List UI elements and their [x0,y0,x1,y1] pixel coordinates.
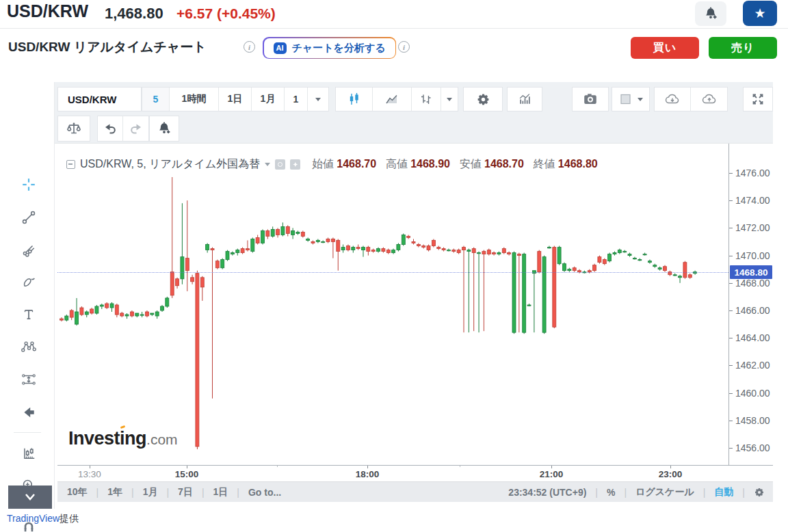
measure-tool[interactable] [16,441,41,466]
price-axis[interactable]: 1476.001474.001472.001470.001468.001466.… [728,144,773,465]
measure-icon [21,446,36,461]
candle [382,249,385,252]
candle [447,250,450,251]
bars-style-button[interactable] [412,88,442,111]
info-icon[interactable]: i [244,41,255,53]
sell-button[interactable]: 売り [709,37,777,59]
interval-button-5[interactable]: 5 [142,88,170,111]
series-settings-gear-icon[interactable] [290,159,300,170]
redo-icon [129,122,143,135]
provider-link[interactable]: TradingView提供 [7,513,79,525]
undo-redo-group [97,116,149,142]
favorite-star-button[interactable]: ★ [743,1,777,26]
ohlc-label: 安値 [460,158,482,170]
ohlc-value: 1468.90 [410,158,450,170]
snapshot-button[interactable] [572,87,609,111]
undo-button[interactable] [98,116,123,141]
style-dropdown-button[interactable] [441,88,458,111]
crosshair-icon [21,177,36,192]
auto-scale-button[interactable]: 自動 [714,486,733,498]
visibility-eye-icon[interactable] [275,159,285,170]
interval-dropdown-button[interactable] [308,88,328,111]
range-button-4[interactable]: 7日 [178,486,193,498]
candle [638,260,642,261]
range-button-5[interactable]: 1日 [213,486,228,498]
separator: | [157,487,178,498]
crosshair-tool[interactable] [16,172,41,197]
candle [145,312,148,316]
chevron-down-icon[interactable] [265,163,270,166]
legend-title[interactable]: USD/KRW, 5, リアルタイム外国為替 [80,157,260,172]
candle [120,313,124,316]
axis-settings-button[interactable] [754,487,765,498]
text-icon [21,307,36,322]
chart-toolbar: USD/KRW 51時間1日1月1 [55,82,773,144]
legend-collapse-icon[interactable] [66,160,75,169]
range-button-3[interactable]: 1月 [143,486,158,498]
ai-analyze-label: チャートを分析する [292,42,386,55]
log-scale-button[interactable]: ログスケール [635,486,694,498]
price-tick-label: 1456.00 [735,442,770,453]
alert-button[interactable] [149,116,179,142]
candle [452,250,456,252]
settings-button[interactable] [463,87,503,111]
create-alert-button[interactable] [695,1,726,26]
candle [231,253,234,254]
candle [472,249,475,253]
last-price-line [57,272,728,273]
candle [176,279,179,286]
layout-square-icon [619,92,633,106]
info-icon-2[interactable]: i [398,41,410,53]
save-layout-button[interactable] [691,88,727,111]
hide-panel-arrow[interactable] [16,400,41,425]
candle [80,308,83,315]
candle [688,275,692,278]
range-button-6[interactable]: Go to... [248,487,281,498]
clock[interactable]: 23:34:52 (UTC+9) [508,487,586,498]
ohlc-value: 1468.80 [558,158,598,170]
fullscreen-button[interactable] [743,87,773,111]
interval-button-1月[interactable]: 1月 [252,88,285,111]
interval-button-1日[interactable]: 1日 [219,88,252,111]
candlestick-style-button[interactable] [336,88,373,111]
redo-button[interactable] [123,116,148,141]
price-tick-label: 1460.00 [735,388,770,399]
candle [547,248,551,248]
candle [673,275,677,276]
chart-canvas[interactable] [57,144,728,465]
candle [623,252,627,252]
ai-analyze-button[interactable]: AI チャートを分析する [263,37,396,59]
xabcd-pattern-tool[interactable] [16,334,41,359]
candlestick-icon [347,92,361,106]
range-button-1[interactable]: 10年 [67,486,88,498]
range-buttons: 10年|1年|1月|7日|1日|Go to... [57,486,281,498]
pitchfork-tool[interactable] [16,237,41,262]
brush-tool[interactable] [16,269,41,294]
interval-button-1時間[interactable]: 1時間 [170,88,219,111]
time-axis[interactable]: 13:3015:0018:0021:0023:00 [57,465,773,480]
candle [377,249,380,252]
range-button-2[interactable]: 1年 [107,486,122,498]
candle [185,258,189,271]
candle [482,252,486,254]
buy-button[interactable]: 買い [631,37,699,59]
indicators-button[interactable] [507,87,542,111]
interval-button-1[interactable]: 1 [285,88,308,111]
separator: | [228,487,248,498]
load-layout-button[interactable] [655,88,691,111]
candle [296,232,300,233]
symbol-search-button[interactable]: USD/KRW [57,87,142,111]
price-tick-mark [729,173,733,174]
long-short-position-tool[interactable] [16,367,41,392]
area-style-button[interactable] [373,88,411,111]
candle [437,248,441,249]
candle [161,306,164,310]
percent-scale-button[interactable]: % [607,487,615,498]
text-tool[interactable] [16,302,41,327]
layout-select-button[interactable] [612,87,650,111]
trend-line-tool[interactable] [16,205,41,230]
collapse-toolbar-button[interactable] [8,486,52,509]
candle [60,319,64,320]
compare-button[interactable] [57,116,90,142]
candle [664,267,667,271]
